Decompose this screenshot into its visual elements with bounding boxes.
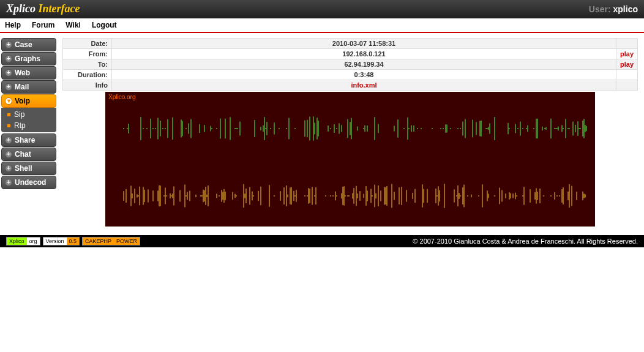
header: Xplico Interface User: xplico: [0, 0, 644, 18]
waveform-svg-2: [105, 181, 595, 211]
date-label: Date:: [63, 39, 112, 49]
app-logo: Xplico Interface: [6, 2, 80, 15]
voip-submenu: Sip Rtp: [1, 108, 56, 132]
info-actions: [616, 80, 637, 91]
user-name: xplico: [613, 4, 638, 14]
sidebar-item-undecod[interactable]: +Undecod: [1, 176, 56, 189]
user-info: User: xplico: [589, 4, 638, 14]
sidebar-label-undecod: Undecod: [15, 178, 46, 187]
date-actions: [616, 39, 637, 49]
sidebar-label-graphs: Graphs: [15, 54, 40, 63]
to-play-link[interactable]: play: [620, 61, 634, 68]
badge-version[interactable]: Version0.5: [43, 237, 80, 245]
details-table: Date: 2010-03-07 11:58:31 From: 192.168.…: [62, 38, 638, 91]
plus-icon: +: [5, 83, 12, 91]
sidebar-label-web: Web: [15, 69, 30, 77]
to-value: 62.94.199.34: [112, 59, 616, 70]
sidebar-label-shell: Shell: [15, 164, 32, 173]
plus-icon: +: [5, 165, 12, 172]
sidebar-label-mail: Mail: [15, 83, 29, 91]
logo-part2: Interface: [39, 2, 80, 15]
plus-icon: +: [5, 179, 12, 186]
sidebar: +Case +Graphs +Web +Mail ▾Voip Sip Rtp +…: [1, 38, 56, 227]
sidebar-label-voip: Voip: [15, 97, 30, 105]
sidebar-label-chat: Chat: [15, 150, 31, 159]
to-label: To:: [63, 59, 112, 70]
nav-wiki[interactable]: Wiki: [66, 21, 81, 29]
duration-label: Duration:: [63, 70, 112, 80]
sidebar-label-share: Share: [15, 136, 35, 144]
logo-part1: Xplico: [6, 2, 39, 15]
duration-value: 0:3:48: [112, 70, 616, 80]
plus-icon: +: [5, 151, 12, 158]
sidebar-item-mail[interactable]: +Mail: [1, 80, 56, 94]
copyright: © 2007-2010 Gianluca Costa & Andrea de F…: [413, 238, 638, 245]
plus-icon: +: [5, 55, 12, 62]
waveform-channel-1: [105, 113, 595, 144]
info-link[interactable]: info.xml: [351, 81, 376, 89]
bullet-icon: [7, 124, 10, 127]
from-value: 192.168.0.121: [112, 49, 616, 59]
from-label: From:: [63, 49, 112, 59]
badge-left: CAKEPHP: [83, 238, 114, 245]
submenu-item-rtp[interactable]: Rtp: [1, 120, 56, 131]
main: Date: 2010-03-07 11:58:31 From: 192.168.…: [56, 38, 644, 227]
waveform-display: Xplico.org: [105, 92, 595, 227]
sidebar-item-share[interactable]: +Share: [1, 133, 56, 147]
sidebar-item-case[interactable]: +Case: [1, 38, 56, 51]
badge-xplico[interactable]: Xplicoorg: [6, 237, 40, 245]
content: +Case +Graphs +Web +Mail ▾Voip Sip Rtp +…: [0, 33, 644, 227]
plus-icon: +: [5, 137, 12, 144]
nav-forum[interactable]: Forum: [32, 21, 54, 29]
sidebar-item-voip[interactable]: ▾Voip: [1, 94, 56, 108]
user-label: User:: [589, 4, 613, 14]
nav-logout[interactable]: Logout: [92, 21, 117, 29]
sidebar-item-graphs[interactable]: +Graphs: [1, 52, 56, 66]
badge-left: Xplico: [7, 238, 27, 245]
submenu-item-sip[interactable]: Sip: [1, 109, 56, 120]
plus-icon: +: [5, 69, 12, 77]
nav-help[interactable]: Help: [5, 21, 21, 29]
badge-right: 0.5: [67, 238, 80, 245]
submenu-label-rtp: Rtp: [14, 121, 26, 130]
waveform-label: Xplico.org: [108, 94, 135, 100]
navbar: Help Forum Wiki Logout: [0, 18, 644, 33]
badge-right: org: [27, 238, 40, 245]
from-play-link[interactable]: play: [620, 50, 634, 58]
duration-actions: [616, 70, 637, 80]
waveform-channel-2: [105, 181, 595, 211]
footer-badges: Xplicoorg Version0.5 CAKEPHPPOWER: [6, 237, 140, 245]
submenu-label-sip: Sip: [14, 110, 24, 119]
sidebar-item-shell[interactable]: +Shell: [1, 162, 56, 175]
sidebar-label-case: Case: [15, 40, 32, 49]
bullet-icon: [7, 113, 10, 116]
badge-right: POWER: [114, 238, 140, 245]
plus-icon: +: [5, 41, 12, 48]
info-label: Info: [63, 80, 112, 91]
sidebar-item-chat[interactable]: +Chat: [1, 148, 56, 161]
sidebar-item-web[interactable]: +Web: [1, 66, 56, 80]
minus-icon: ▾: [5, 97, 12, 105]
date-value: 2010-03-07 11:58:31: [112, 39, 616, 49]
badge-cakephp[interactable]: CAKEPHPPOWER: [82, 237, 140, 245]
footer: Xplicoorg Version0.5 CAKEPHPPOWER © 2007…: [0, 235, 644, 247]
waveform-svg-1: [105, 113, 595, 144]
badge-left: Version: [43, 238, 67, 245]
